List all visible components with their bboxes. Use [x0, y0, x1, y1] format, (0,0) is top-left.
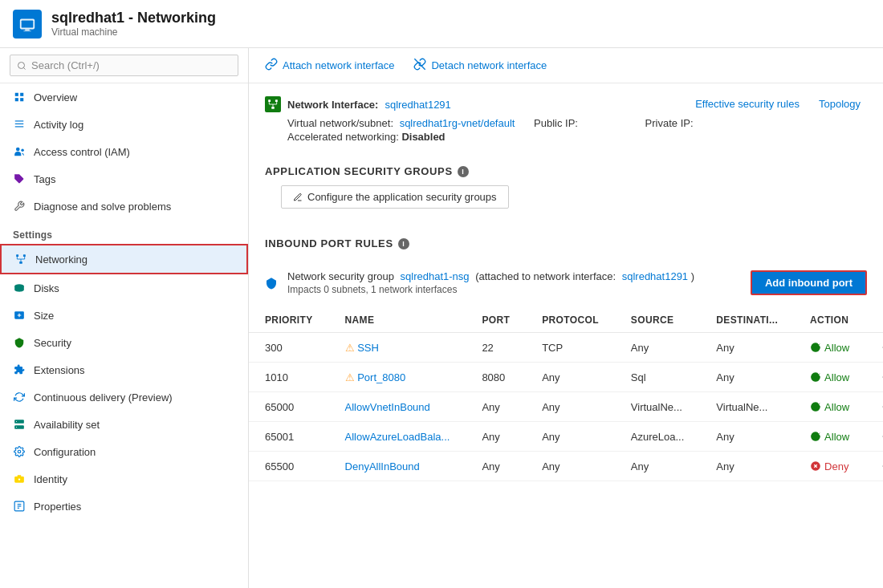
cell-more[interactable]: ···: [865, 363, 883, 392]
cell-more[interactable]: ···: [865, 333, 883, 363]
cycle-icon: [13, 391, 26, 403]
col-protocol: PROTOCOL: [526, 308, 615, 333]
nsg-impacts: Impacts 0 subnets, 1 network interfaces: [287, 284, 694, 295]
asg-info-icon[interactable]: i: [458, 166, 469, 177]
sidebar-item-properties[interactable]: Properties: [0, 493, 248, 520]
table-row[interactable]: 65500 DenyAllInBound Any Any Any Any Den…: [249, 452, 883, 481]
inbound-info-icon[interactable]: i: [398, 238, 409, 249]
svg-rect-38: [271, 107, 275, 109]
sidebar-item-identity[interactable]: Identity: [0, 465, 248, 493]
svg-point-27: [16, 427, 17, 428]
header-text: sqlredhat1 - Networking Virtual machine: [51, 10, 216, 38]
search-input-container[interactable]: Search (Ctrl+/): [10, 55, 238, 76]
sidebar-item-configuration[interactable]: Configuration: [0, 438, 248, 465]
sidebar-label: Size: [34, 310, 54, 322]
cell-priority: 65000: [249, 392, 329, 422]
svg-point-12: [16, 148, 20, 152]
table-row[interactable]: 300 ⚠ SSH 22 TCP Any Any Allow ···: [249, 333, 883, 363]
cell-priority: 300: [249, 333, 329, 363]
vnet-label: Virtual network/subnet:: [287, 117, 393, 129]
cell-source: AzureLoa...: [615, 422, 701, 452]
sidebar-item-security[interactable]: Security: [0, 329, 248, 356]
nsg-suffix: (attached to network interface:: [475, 270, 616, 282]
svg-rect-10: [15, 124, 24, 124]
svg-point-30: [18, 478, 20, 480]
col-more: [865, 308, 883, 333]
shield-icon: [13, 336, 26, 349]
sidebar-item-diagnose[interactable]: Diagnose and solve problems: [0, 193, 248, 220]
svg-rect-7: [15, 98, 18, 101]
topology-tab[interactable]: Topology: [819, 98, 861, 110]
server-icon: [13, 418, 26, 431]
cell-action: Deny: [794, 452, 865, 481]
table-row[interactable]: 65001 AllowAzureLoadBala... Any Any Azur…: [249, 422, 883, 452]
sidebar-item-continuous[interactable]: Continuous delivery (Preview): [0, 383, 248, 411]
network-icon: [14, 253, 27, 266]
nsg-row: Network security group sqlredhat1-nsg (a…: [249, 264, 883, 302]
main-content: Attach network interface Detach network …: [249, 48, 883, 588]
sidebar-item-activity-log[interactable]: Activity log: [0, 111, 248, 138]
content-toolbar: Attach network interface Detach network …: [249, 48, 883, 83]
network-interface-section: Network Interface: sqlredhat1291 Virtual…: [249, 83, 883, 156]
configure-btn-label: Configure the application security group…: [307, 191, 497, 203]
nsg-interface-link[interactable]: sqlredhat1291: [622, 270, 688, 282]
svg-rect-5: [15, 93, 18, 96]
cell-protocol: Any: [526, 363, 615, 392]
add-inbound-port-button[interactable]: Add inbound port: [751, 270, 867, 295]
svg-rect-8: [20, 98, 23, 101]
nsg-name-link[interactable]: sqlredhat1-nsg: [401, 270, 470, 282]
cell-protocol: TCP: [526, 333, 615, 363]
sidebar-item-overview[interactable]: Overview: [0, 83, 248, 111]
cell-destination: Any: [700, 363, 794, 392]
cell-more[interactable]: ···: [865, 392, 883, 422]
wrench-icon: [13, 200, 26, 213]
search-placeholder: Search (Ctrl+/): [31, 59, 100, 71]
cell-name: DenyAllInBound: [329, 452, 466, 481]
cell-destination: VirtualNe...: [700, 392, 794, 422]
detach-network-btn[interactable]: Detach network interface: [413, 58, 547, 73]
detach-icon: [413, 58, 426, 73]
col-name: NAME: [329, 308, 466, 333]
cell-action: Allow: [794, 392, 865, 422]
svg-rect-16: [23, 254, 26, 257]
asg-title: APPLICATION SECURITY GROUPS: [265, 165, 453, 177]
cell-more[interactable]: ···: [865, 422, 883, 452]
cell-priority: 65001: [249, 422, 329, 452]
sidebar-item-tags[interactable]: Tags: [0, 165, 248, 193]
col-port: PORT: [466, 308, 526, 333]
net-interface-icon: [265, 96, 281, 112]
cell-name: AllowVnetInBound: [329, 392, 466, 422]
size-icon: [13, 309, 26, 322]
cell-protocol: Any: [526, 392, 615, 422]
effective-security-rules-tab[interactable]: Effective security rules: [695, 98, 800, 110]
cell-name: ⚠ Port_8080: [329, 363, 466, 392]
attach-network-btn[interactable]: Attach network interface: [265, 58, 394, 73]
page-title: sqlredhat1 - Networking: [51, 10, 216, 26]
vnet-link[interactable]: sqlredhat1rg-vnet/default: [400, 117, 515, 129]
sidebar-item-networking[interactable]: Networking: [0, 244, 248, 274]
cell-port: Any: [466, 452, 526, 481]
table-row[interactable]: 65000 AllowVnetInBound Any Any VirtualNe…: [249, 392, 883, 422]
interface-name-link[interactable]: sqlredhat1291: [385, 99, 450, 111]
cell-more[interactable]: ···: [865, 452, 883, 481]
cell-port: Any: [466, 422, 526, 452]
sidebar-item-disks[interactable]: Disks: [0, 274, 248, 302]
sidebar-item-access-control[interactable]: Access control (IAM): [0, 138, 248, 165]
table-row[interactable]: 1010 ⚠ Port_8080 8080 Any Sql Any Allow …: [249, 363, 883, 392]
page-header: sqlredhat1 - Networking Virtual machine: [0, 0, 883, 48]
people-icon: [13, 145, 26, 158]
col-destination: DESTINATI...: [700, 308, 794, 333]
interface-label: Network Interface:: [287, 99, 378, 111]
svg-rect-17: [19, 262, 22, 264]
svg-point-4: [18, 62, 25, 68]
sidebar-item-extensions[interactable]: Extensions: [0, 356, 248, 383]
sidebar-item-size[interactable]: Size: [0, 302, 248, 329]
sidebar-item-availability[interactable]: Availability set: [0, 411, 248, 438]
search-box[interactable]: Search (Ctrl+/): [0, 48, 248, 83]
configure-asg-button[interactable]: Configure the application security group…: [281, 185, 509, 209]
accel-label: Accelerated networking:: [287, 131, 399, 143]
nsg-shield-icon: [265, 270, 278, 295]
nsg-prefix: Network security group: [287, 270, 394, 282]
cell-action: Allow: [794, 363, 865, 392]
cell-name: ⚠ SSH: [329, 333, 466, 363]
